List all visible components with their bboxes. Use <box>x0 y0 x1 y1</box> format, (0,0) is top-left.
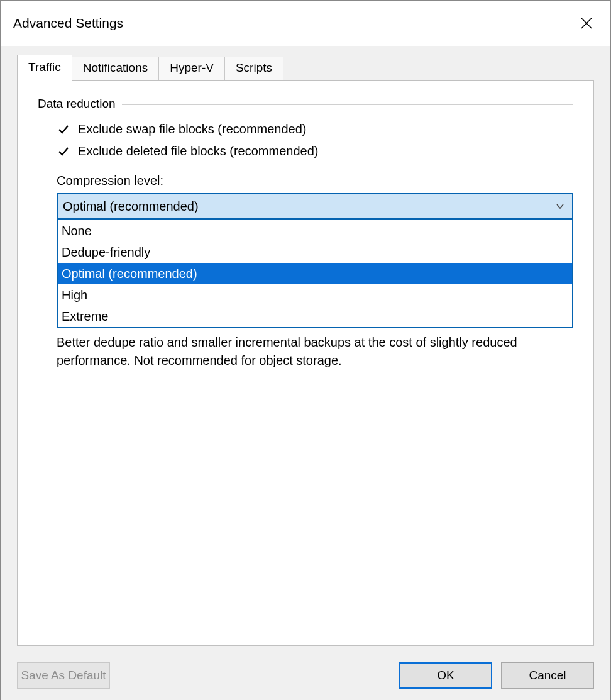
group-title: Data reduction <box>38 97 116 111</box>
compression-selected-value: Optimal (recommended) <box>63 199 199 214</box>
tab-panel-traffic: Data reduction Exclude swap file blocks … <box>17 80 594 646</box>
checkbox-exclude-swap[interactable] <box>57 123 70 136</box>
group-separator <box>122 104 573 105</box>
compression-description: Better dedupe ratio and smaller incremen… <box>57 333 573 370</box>
compression-combobox[interactable]: Optimal (recommended) <box>57 193 573 219</box>
compression-label: Compression level: <box>57 174 573 188</box>
close-icon <box>580 17 593 30</box>
tab-notifications[interactable]: Notifications <box>72 57 160 80</box>
group-data-reduction: Data reduction Exclude swap file blocks … <box>38 97 573 370</box>
tab-traffic[interactable]: Traffic <box>17 55 72 81</box>
dialog-body: Traffic Notifications Hyper-V Scripts Da… <box>1 46 610 652</box>
checkbox-exclude-deleted[interactable] <box>57 145 70 158</box>
checkbox-label-deleted: Exclude deleted file blocks (recommended… <box>78 144 318 158</box>
compression-dropdown: None Dedupe-friendly Optimal (recommende… <box>57 219 573 328</box>
dialog-title: Advanced Settings <box>13 16 123 31</box>
tab-strip: Traffic Notifications Hyper-V Scripts <box>17 55 594 80</box>
compression-option-extreme[interactable]: Extreme <box>58 306 572 327</box>
tab-scripts[interactable]: Scripts <box>224 57 283 80</box>
check-icon <box>58 124 69 135</box>
compression-option-dedupe-friendly[interactable]: Dedupe-friendly <box>58 242 572 263</box>
dialog-button-row: Save As Default OK Cancel <box>1 652 610 700</box>
ok-button[interactable]: OK <box>399 662 492 689</box>
compression-option-optimal[interactable]: Optimal (recommended) <box>58 263 572 284</box>
close-button[interactable] <box>573 9 600 37</box>
save-as-default-button[interactable]: Save As Default <box>17 662 110 689</box>
tab-hyperv[interactable]: Hyper-V <box>158 57 225 80</box>
checkbox-row-swap: Exclude swap file blocks (recommended) <box>57 122 573 136</box>
checkbox-label-swap: Exclude swap file blocks (recommended) <box>78 122 307 136</box>
titlebar: Advanced Settings <box>1 1 610 46</box>
cancel-button[interactable]: Cancel <box>501 662 594 689</box>
chevron-down-icon <box>556 202 564 211</box>
compression-option-high[interactable]: High <box>58 284 572 306</box>
check-icon <box>58 146 69 157</box>
checkbox-row-deleted: Exclude deleted file blocks (recommended… <box>57 144 573 158</box>
compression-option-none[interactable]: None <box>58 220 572 242</box>
advanced-settings-dialog: Advanced Settings Traffic Notifications … <box>0 0 611 700</box>
